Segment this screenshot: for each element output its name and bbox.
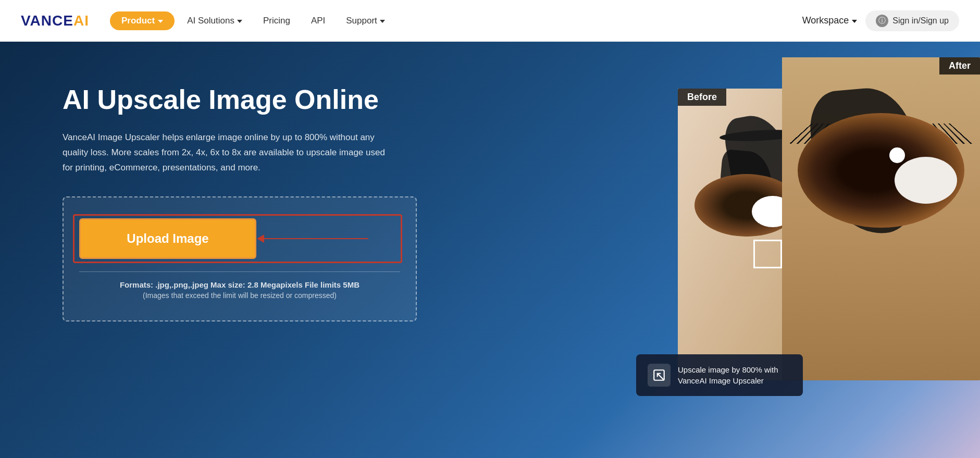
pricing-label: Pricing [263, 16, 290, 26]
signin-button[interactable]: ⓘ Sign in/Sign up [865, 10, 959, 31]
upload-formats-main: Formats: .jpg,.png,.jpeg Max size: 2.8 M… [79, 280, 400, 289]
product-button[interactable]: Product [110, 11, 175, 30]
after-label: After [939, 57, 980, 75]
info-card-text: Upscale image by 800% with VanceAI Image… [678, 364, 791, 386]
support-label: Support [346, 16, 377, 26]
arrow-annotation [264, 238, 368, 239]
hero-image-area: Before After [678, 57, 980, 438]
api-link[interactable]: API [303, 11, 333, 30]
before-after-container: Before After [678, 57, 980, 438]
support-chevron-icon [380, 20, 385, 23]
support-link[interactable]: Support [338, 11, 393, 30]
info-card-icon [648, 364, 671, 387]
logo-ai: AI [73, 13, 89, 29]
upload-formats-note: (Images that exceed the limit will be re… [79, 291, 400, 300]
pricing-link[interactable]: Pricing [255, 11, 299, 30]
upload-zone: Upload Image Formats: .jpg,.png,.jpeg Ma… [63, 196, 417, 321]
nav-items: Product AI Solutions Pricing API Support [110, 11, 802, 30]
info-card: Upscale image by 800% with VanceAI Image… [636, 354, 803, 396]
signin-label: Sign in/Sign up [892, 16, 949, 26]
eye-close-detail [798, 113, 964, 228]
upscale-icon [652, 368, 666, 382]
navbar: VANCE AI Product AI Solutions Pricing AP… [0, 0, 980, 42]
hero-section: AI Upscale Image Online VanceAI Image Up… [0, 42, 980, 458]
hero-description: VanceAI Image Upscaler helps enlarge ima… [63, 130, 386, 176]
eye-highlight [889, 147, 905, 163]
workspace-chevron-icon [852, 20, 857, 23]
ai-solutions-chevron-icon [237, 20, 242, 23]
eye-white-after [895, 157, 957, 204]
product-label: Product [121, 16, 155, 26]
upload-divider [79, 271, 400, 272]
workspace-button[interactable]: Workspace [802, 15, 858, 26]
logo-vance: VANCE [21, 13, 73, 29]
workspace-label: Workspace [802, 15, 849, 26]
zoom-box [753, 240, 782, 268]
upload-formats: Formats: .jpg,.png,.jpeg Max size: 2.8 M… [79, 280, 400, 300]
hero-content: AI Upscale Image Online VanceAI Image Up… [63, 73, 458, 321]
arrow-head-icon [257, 234, 264, 243]
ai-solutions-label: AI Solutions [187, 16, 234, 26]
nav-right: Workspace ⓘ Sign in/Sign up [802, 10, 959, 31]
upload-image-button[interactable]: Upload Image [79, 218, 256, 259]
svg-line-1 [658, 374, 664, 380]
after-panel: After [782, 57, 980, 380]
arrow-line [264, 238, 368, 239]
product-chevron-icon [158, 20, 163, 23]
ai-solutions-link[interactable]: AI Solutions [179, 11, 251, 30]
api-label: API [311, 16, 325, 26]
before-label: Before [678, 89, 726, 106]
user-icon: ⓘ [876, 15, 888, 27]
logo[interactable]: VANCE AI [21, 13, 89, 29]
upload-btn-wrapper: Upload Image [79, 218, 400, 259]
hero-title: AI Upscale Image Online [63, 83, 458, 116]
